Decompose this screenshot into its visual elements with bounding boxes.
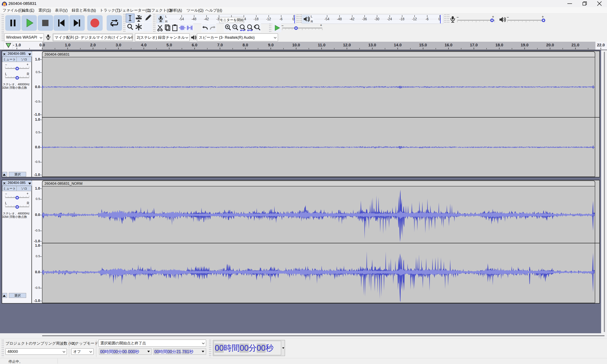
- svg-text:260404-085831: 260404-085831: [44, 52, 69, 56]
- svg-text:260404-085831_NORM: 260404-085831_NORM: [44, 182, 83, 186]
